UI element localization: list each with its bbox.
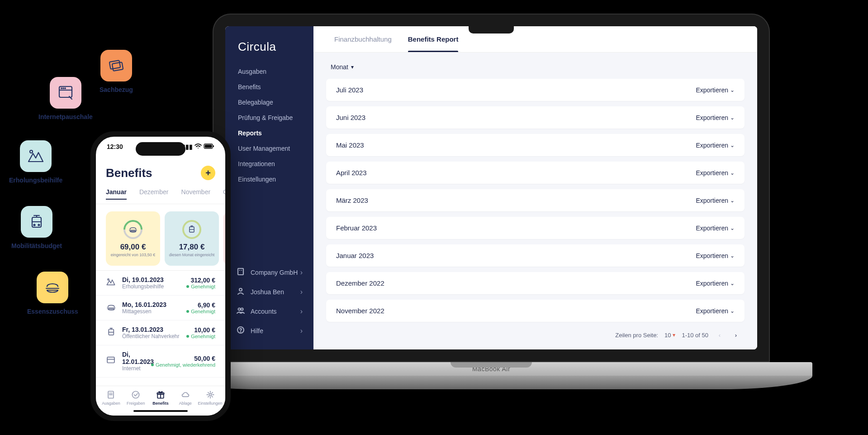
tile-mobilitaet (21, 206, 52, 238)
home-indicator (133, 410, 188, 412)
user-icon (236, 287, 245, 297)
export-button[interactable]: Exportieren ⌄ (696, 280, 735, 287)
svg-rect-24 (205, 145, 212, 148)
report-row[interactable]: April 2023Exportieren ⌄ (326, 162, 745, 184)
tabbar-ablage[interactable]: Ablage (173, 390, 198, 406)
tabbar-ausgaben[interactable]: Ausgaben (99, 390, 123, 406)
month-tab-dezember[interactable]: Dezember (139, 186, 169, 199)
chevron-down-icon: ⌄ (730, 225, 735, 231)
report-row[interactable]: Juli 2023Exportieren ⌄ (326, 79, 745, 101)
item-date: Mo, 16.01.2023 (122, 301, 180, 308)
rows-per-page-select[interactable]: 10 ▾ (664, 332, 675, 339)
mountain-icon (27, 147, 45, 165)
expense-item[interactable]: Di, 19.01.2023Erholungsbeihilfe312,00 €G… (96, 271, 225, 296)
report-row[interactable]: Februar 2023Exportieren ⌄ (326, 217, 745, 239)
report-row[interactable]: November 2022Exportieren ⌄ (326, 300, 745, 322)
sidebar-item-integrationen[interactable]: Integrationen (225, 156, 313, 172)
month-tab-november[interactable]: November (181, 186, 211, 199)
card-subtitle: diesen Monat eingereicht (169, 253, 215, 257)
sidebar-item-pr-fung-freigabe[interactable]: Prüfung & Freigabe (225, 110, 313, 125)
tram-icon (187, 225, 197, 234)
burger-icon (43, 278, 62, 296)
sidebar-item-user-management[interactable]: User Management (225, 141, 313, 156)
sidebar-item-benefits[interactable]: Benefits (225, 79, 313, 95)
app-logo: Circula (225, 40, 313, 64)
item-category: Erholungsbeihilfe (122, 283, 180, 290)
item-status: Genehmigt, wiederkehrend (151, 362, 215, 368)
sidebar-footer-accounts[interactable]: Accounts› (233, 301, 305, 321)
sidebar-item-ausgaben[interactable]: Ausgaben (225, 64, 313, 79)
svg-point-11 (38, 225, 40, 226)
sidebar-footer-company-gmbh[interactable]: Company GmbH› (233, 263, 305, 282)
item-status: Genehmigt (186, 309, 215, 314)
month-label: Februar 2023 (336, 224, 377, 232)
export-button[interactable]: Exportieren ⌄ (696, 197, 735, 204)
benefit-card[interactable]: 69,00 €eingereicht von 103,50 € (106, 211, 160, 266)
tile-label: Mobilitätsbudget (11, 242, 62, 249)
sidebar-item-einstellungen[interactable]: Einstellungen (225, 172, 313, 187)
burger-icon (128, 225, 138, 234)
next-page-button[interactable]: › (731, 330, 741, 340)
tabbar-label: Einstellungen (198, 401, 223, 406)
export-button[interactable]: Exportieren ⌄ (696, 307, 735, 315)
sidebar-footer-hilfe[interactable]: Hilfe› (233, 321, 305, 340)
chevron-down-icon: ⌄ (730, 197, 735, 204)
gift-icon (156, 390, 166, 400)
report-row[interactable]: Mai 2023Exportieren ⌄ (326, 134, 745, 156)
tickets-icon (107, 57, 125, 75)
item-amount: 50,00 € (151, 355, 215, 362)
month-tab-ok[interactable]: Ok (223, 186, 225, 199)
add-button[interactable]: + (201, 166, 215, 180)
item-category: Mittagessen (122, 308, 180, 315)
month-filter[interactable]: Monat ▾ (326, 62, 745, 79)
export-button[interactable]: Exportieren ⌄ (696, 114, 735, 121)
burger-icon (106, 302, 116, 314)
month-label: Mai 2023 (336, 141, 364, 149)
expense-item[interactable]: Mo, 16.01.2023Mittagessen6,90 €Genehmigt (96, 296, 225, 320)
month-tab-januar[interactable]: Januar (106, 186, 127, 199)
export-button[interactable]: Exportieren ⌄ (696, 142, 735, 149)
sidebar-footer-joshua-ben[interactable]: Joshua Ben› (233, 282, 305, 301)
tab-benefits-report[interactable]: Benefits Report (400, 26, 467, 52)
report-row[interactable]: Juni 2023Exportieren ⌄ (326, 106, 745, 129)
chevron-down-icon: ⌄ (730, 253, 735, 259)
card-amount: 69,00 € (120, 243, 146, 252)
benefit-card[interactable]: 3diese (223, 211, 225, 266)
card-amount: 17,80 € (179, 243, 205, 252)
month-label: November 2022 (336, 307, 384, 315)
report-row[interactable]: Januar 2023Exportieren ⌄ (326, 244, 745, 267)
tile-internet (50, 77, 81, 109)
chevron-down-icon: ▾ (351, 64, 354, 70)
sidebar-item-belegablage[interactable]: Belegablage (225, 95, 313, 110)
status-time: 12:30 (107, 143, 123, 150)
export-button[interactable]: Exportieren ⌄ (696, 252, 735, 259)
expense-item[interactable]: Fr, 13.01.2023Öffentlicher Nahverkehr10,… (96, 320, 225, 345)
tabbar-freigaben[interactable]: Freigaben (123, 390, 148, 406)
chevron-right-icon: › (300, 327, 303, 335)
expense-item[interactable]: Di, 12.01.2023Internet50,00 €Genehmigt, … (96, 345, 225, 378)
chevron-down-icon: ⌄ (730, 142, 735, 148)
tabbar-label: Ablage (179, 401, 192, 406)
prev-page-button[interactable]: ‹ (715, 330, 725, 340)
tile-erholung (20, 140, 52, 172)
macbook-mockup: Circula AusgabenBenefitsBelegablagePrüfu… (213, 14, 770, 389)
tram-icon (28, 213, 46, 231)
chevron-right-icon: › (300, 307, 303, 315)
main-panel: FinanzbuchhaltungBenefits Report Monat ▾… (313, 26, 757, 349)
report-row[interactable]: März 2023Exportieren ⌄ (326, 189, 745, 211)
tabbar-einstellungen[interactable]: Einstellungen (198, 390, 223, 406)
tab-finanzbuchhaltung[interactable]: Finanzbuchhaltung (326, 26, 400, 52)
month-label: Januar 2023 (336, 252, 374, 259)
svg-point-31 (108, 279, 109, 280)
help-icon (236, 325, 245, 336)
tabbar-benefits[interactable]: Benefits (148, 390, 173, 406)
report-row[interactable]: Dezember 2022Exportieren ⌄ (326, 272, 745, 294)
svg-point-6 (65, 88, 66, 89)
benefit-card[interactable]: 17,80 €diesen Monat eingereicht (165, 211, 219, 266)
sidebar-item-reports[interactable]: Reports (225, 125, 313, 141)
chevron-down-icon: ▾ (673, 332, 675, 338)
export-button[interactable]: Exportieren ⌄ (696, 225, 735, 232)
export-button[interactable]: Exportieren ⌄ (696, 86, 735, 94)
export-button[interactable]: Exportieren ⌄ (696, 169, 735, 177)
browser-icon (57, 84, 75, 102)
